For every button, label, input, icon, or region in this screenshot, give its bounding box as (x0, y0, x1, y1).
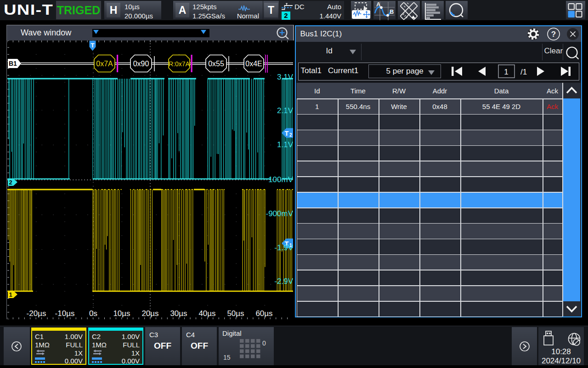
svg-text:10µs: 10µs (113, 309, 130, 318)
svg-text:60µs: 60µs (255, 309, 272, 318)
svg-text:2: 2 (9, 179, 12, 186)
svg-text:0x4E: 0x4E (245, 60, 262, 68)
svg-text:/1: /1 (520, 68, 527, 76)
svg-text:T: T (285, 130, 289, 137)
svg-text:40µs: 40µs (198, 309, 215, 318)
svg-text:R:0x7A: R:0x7A (169, 60, 190, 68)
svg-text:3.1V: 3.1V (277, 73, 293, 81)
svg-text:1: 1 (9, 291, 12, 298)
svg-text:?: ? (551, 30, 555, 39)
svg-text:100mV: 100mV (268, 175, 293, 184)
svg-text:2: 2 (289, 132, 292, 138)
svg-text:A: A (376, 1, 381, 8)
svg-text:30µs: 30µs (170, 309, 187, 318)
svg-text:-10µs: -10µs (55, 309, 75, 318)
svg-text:UNI-T: UNI-T (4, 2, 53, 18)
svg-text:0x90: 0x90 (133, 60, 149, 68)
svg-text:1: 1 (504, 68, 508, 76)
svg-text:B: B (390, 8, 394, 15)
svg-text:2.1V: 2.1V (277, 106, 293, 115)
svg-text:T: T (91, 42, 95, 49)
svg-text:20µs: 20µs (141, 309, 158, 318)
svg-text:-2.9V: -2.9V (274, 277, 293, 286)
svg-text:B1: B1 (9, 60, 17, 67)
svg-text:0x7A: 0x7A (96, 60, 113, 68)
svg-text:-20µs: -20µs (27, 309, 46, 318)
svg-text:0x55: 0x55 (208, 60, 224, 68)
svg-text:0s: 0s (89, 309, 97, 318)
svg-text:-900mV: -900mV (266, 209, 293, 218)
svg-text:-1.9V: -1.9V (274, 243, 293, 252)
svg-text:1.1V: 1.1V (277, 140, 293, 149)
svg-text:50µs: 50µs (227, 309, 244, 318)
